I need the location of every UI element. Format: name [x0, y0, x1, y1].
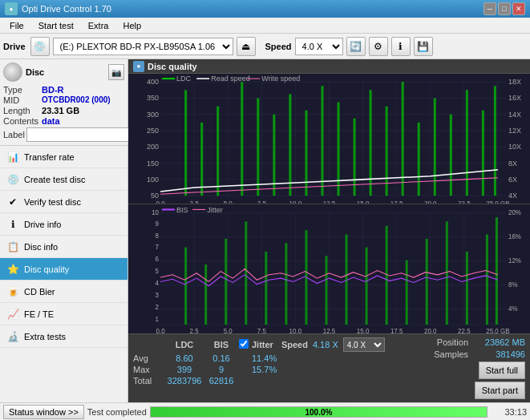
menu-help[interactable]: Help — [116, 19, 148, 32]
sidebar-item-extra-tests[interactable]: 🔬 Extra tests — [0, 325, 127, 348]
contents-label: Contents — [3, 116, 38, 126]
maximize-button[interactable]: □ — [498, 2, 511, 15]
svg-text:1: 1 — [156, 315, 160, 323]
start-part-button[interactable]: Start part — [475, 382, 525, 399]
svg-text:0.0: 0.0 — [156, 200, 166, 204]
chart-header-icon: ● — [133, 61, 144, 72]
svg-text:0.0: 0.0 — [156, 327, 166, 333]
svg-text:22.5: 22.5 — [458, 200, 471, 204]
eject-button[interactable]: ⏏ — [237, 37, 256, 56]
svg-text:LDC: LDC — [176, 75, 191, 83]
minimize-button[interactable]: ─ — [483, 2, 496, 15]
status-window-button[interactable]: Status window >> — [3, 405, 84, 419]
sidebar-item-cd-bier[interactable]: 🍺 CD Bier — [0, 281, 127, 303]
max-ldc: 399 — [165, 365, 204, 374]
bottom-chart: 10 9 8 7 6 5 4 3 2 1 20% 16% — [128, 204, 530, 333]
refresh-button[interactable]: 🔄 — [346, 37, 366, 56]
svg-text:5.0: 5.0 — [224, 200, 233, 204]
svg-rect-29 — [354, 119, 356, 196]
speed-select[interactable]: 4.0 X 8.0 X 2.0 X — [295, 38, 343, 55]
samples-label: Samples — [434, 349, 468, 359]
progress-text: 100.0% — [305, 407, 332, 416]
info-button[interactable]: ℹ — [391, 37, 411, 56]
jitter-checkbox[interactable] — [239, 339, 249, 349]
svg-text:6: 6 — [156, 255, 160, 263]
close-button[interactable]: ✕ — [512, 2, 525, 15]
save-button[interactable]: 💾 — [414, 37, 433, 56]
mid-label: MID — [3, 95, 38, 105]
chart-header: ● Disc quality — [128, 59, 530, 74]
avg-ldc: 8.60 — [165, 353, 204, 363]
svg-text:7.5: 7.5 — [257, 200, 267, 204]
svg-text:8X: 8X — [508, 160, 517, 168]
type-value: BD-R — [42, 85, 124, 95]
speed-select-stats[interactable]: 4.0 X 8.0 X — [343, 337, 385, 352]
sidebar-item-fe-te[interactable]: 📈 FE / TE — [0, 303, 127, 325]
start-full-button[interactable]: Start full — [479, 361, 525, 379]
svg-text:Read speed: Read speed — [211, 75, 250, 83]
disc-info-icon: 📋 — [6, 240, 19, 253]
svg-text:Jitter: Jitter — [207, 206, 223, 214]
progress-bar: 100.0% — [150, 406, 488, 418]
svg-rect-94 — [285, 244, 287, 325]
avg-row: Avg 8.60 0.16 11.4% — [133, 353, 434, 363]
menu-bar: File Start test Extra Help — [0, 18, 530, 34]
jitter-header: Jitter — [252, 340, 273, 349]
menu-start-test[interactable]: Start test — [32, 19, 80, 32]
sidebar-item-drive-info[interactable]: ℹ Drive info — [0, 213, 127, 236]
sidebar-item-create-test-disc[interactable]: 💿 Create test disc — [0, 168, 127, 191]
length-value: 23.31 GB — [42, 106, 124, 115]
svg-rect-23 — [257, 98, 259, 196]
svg-text:5: 5 — [156, 267, 160, 275]
status-bar: Status window >> Test completed 100.0% 3… — [0, 402, 530, 420]
label-label: Label — [3, 130, 25, 139]
svg-rect-89 — [184, 248, 187, 325]
svg-text:50: 50 — [151, 192, 159, 200]
drive-icon-btn[interactable]: 💿 — [30, 37, 50, 56]
sidebar-item-disc-quality[interactable]: ⭐ Disc quality — [0, 258, 127, 281]
svg-rect-21 — [216, 107, 219, 196]
disc-quality-icon: ⭐ — [6, 263, 19, 276]
settings-button[interactable]: ⚙ — [369, 37, 388, 56]
samples-row: Samples 381496 — [434, 349, 525, 359]
svg-rect-30 — [370, 90, 372, 196]
svg-text:15.0: 15.0 — [357, 200, 370, 204]
drive-select[interactable]: (E:) PLEXTOR BD-R PX-LB950SA 1.06 — [53, 38, 233, 55]
svg-text:8: 8 — [156, 232, 160, 240]
menu-extra[interactable]: Extra — [82, 19, 115, 32]
svg-text:12%: 12% — [508, 256, 522, 265]
sidebar-item-disc-info[interactable]: 📋 Disc info — [0, 236, 127, 258]
label-input[interactable] — [26, 127, 133, 142]
disc-image-button[interactable]: 📷 — [108, 64, 124, 80]
samples-value: 381496 — [473, 349, 525, 359]
svg-text:5.0: 5.0 — [224, 327, 233, 333]
svg-text:3: 3 — [156, 291, 160, 299]
disc-icon — [3, 63, 22, 82]
bottom-chart-svg: 10 9 8 7 6 5 4 3 2 1 20% 16% — [128, 204, 530, 333]
main-content: Disc 📷 Type BD-R MID OTCBDR002 (000) Len… — [0, 59, 530, 402]
svg-rect-100 — [406, 260, 408, 325]
svg-rect-90 — [204, 265, 207, 325]
speed-label: Speed — [265, 42, 292, 51]
svg-text:4X: 4X — [508, 192, 517, 200]
bis-header: BIS — [205, 340, 237, 349]
svg-text:12.5: 12.5 — [323, 327, 336, 333]
stats-header-row: LDC BIS Jitter Speed 4.18 X 4.0 X 8.0 X — [133, 337, 434, 352]
position-value: 23862 MB — [473, 337, 525, 347]
sidebar-item-transfer-rate[interactable]: 📊 Transfer rate — [0, 146, 127, 168]
title-bar-left: ● Opti Drive Control 1.70 — [5, 2, 111, 15]
total-ldc: 3283796 — [165, 376, 204, 386]
sidebar-item-verify-test-disc[interactable]: ✔ Verify test disc — [0, 191, 127, 213]
svg-text:22.5: 22.5 — [458, 327, 471, 333]
svg-rect-98 — [366, 248, 368, 325]
svg-rect-35 — [450, 115, 452, 196]
ldc-header: LDC — [165, 340, 204, 349]
menu-file[interactable]: File — [3, 19, 30, 32]
svg-text:200: 200 — [147, 143, 159, 151]
svg-rect-22 — [241, 82, 243, 196]
extra-tests-icon: 🔬 — [6, 330, 19, 343]
drive-info-icon: ℹ — [6, 218, 19, 231]
avg-speed-value: 4.18 X — [313, 340, 338, 349]
svg-rect-96 — [325, 256, 327, 325]
right-panel: ● Disc quality — [128, 59, 530, 402]
